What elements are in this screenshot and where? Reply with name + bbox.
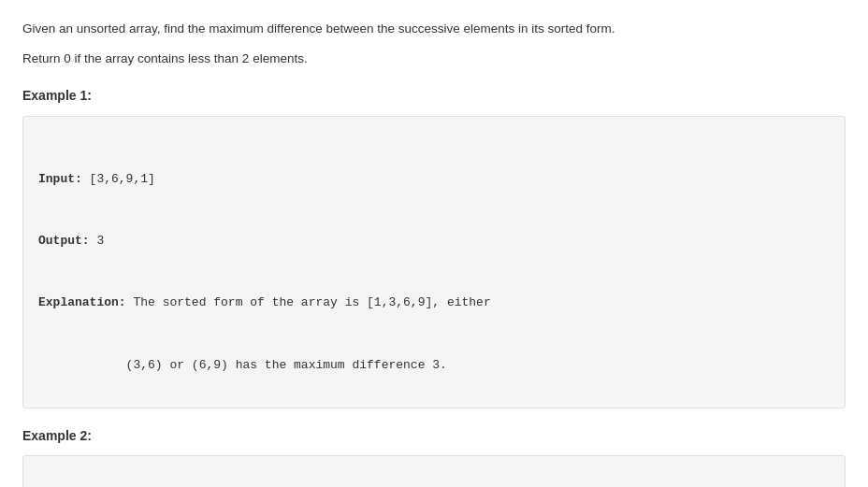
example1-output-value: 3 xyxy=(90,234,105,248)
example1-output-line: Output: 3 xyxy=(38,231,830,251)
example2-heading: Example 2: xyxy=(22,425,846,446)
description-line2: Return 0 if the array contains less than… xyxy=(22,49,846,69)
example1-heading: Example 1: xyxy=(22,85,846,106)
example1-explanation-label: Explanation: xyxy=(38,295,126,309)
example1-input-line: Input: [3,6,9,1] xyxy=(38,169,830,190)
description-line1: Given an unsorted array, find the maximu… xyxy=(22,19,846,39)
example1-output-label: Output: xyxy=(38,234,90,248)
example1-input-value: [3,6,9,1] xyxy=(82,172,155,186)
example1-input-label: Input: xyxy=(38,172,82,186)
example1-explanation-text1: The sorted form of the array is [1,3,6,9… xyxy=(126,295,491,309)
example1-code-block: Input: [3,6,9,1] Output: 3 Explanation: … xyxy=(22,116,846,408)
example1-explanation-line2: (3,6) or (6,9) has the maximum differenc… xyxy=(38,355,830,376)
example2-code-block: Input: [10] Output: 0 Explanation: The a… xyxy=(22,455,846,487)
example1-explanation-line1: Explanation: The sorted form of the arra… xyxy=(38,293,830,313)
